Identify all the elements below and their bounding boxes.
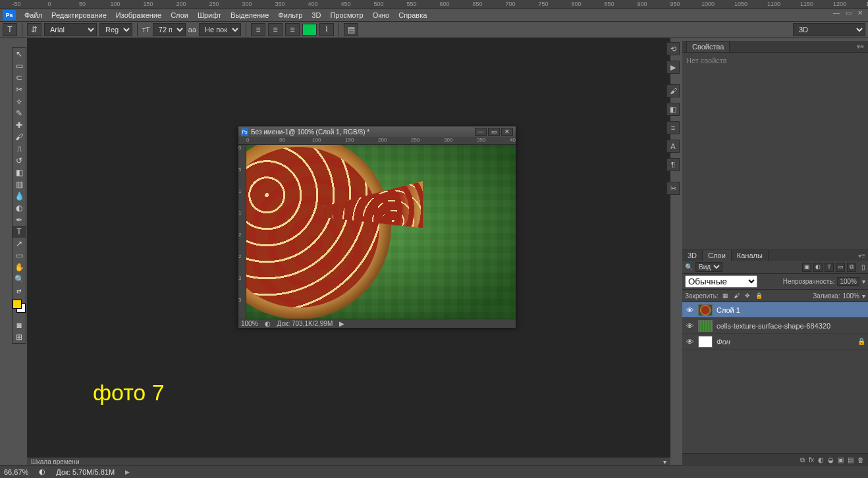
window-restore-icon[interactable]: ▭ [843, 9, 854, 18]
lock-transparent-icon[interactable]: ▦ [721, 291, 730, 300]
group-icon[interactable]: ▣ [838, 456, 844, 464]
eyedropper-tool-icon[interactable]: ✎ [13, 107, 26, 119]
filter-search-icon[interactable]: 🔍 [685, 263, 693, 271]
character-panel-icon2[interactable]: A [666, 140, 680, 153]
path-select-tool-icon[interactable]: ↗ [13, 238, 26, 250]
doc-play-icon[interactable]: ▶ [339, 320, 344, 327]
menu-Редактирование[interactable]: Редактирование [47, 10, 111, 20]
mask-icon[interactable]: ◐ [818, 456, 824, 464]
menu-Окно[interactable]: Окно [368, 10, 394, 20]
styles-panel-icon[interactable]: ≡ [666, 121, 680, 134]
orientation-toggle-icon[interactable]: ⇵ [27, 23, 41, 36]
actions-panel-icon[interactable]: ▶ [666, 61, 680, 74]
lock-all-icon[interactable]: 🔒 [754, 291, 763, 300]
filter-smart-icon[interactable]: ⧉ [847, 263, 856, 272]
font-style-select[interactable]: Regular [99, 23, 132, 36]
layer-name[interactable]: cells-texture-surface-shape-684320 [717, 322, 865, 330]
move-tool-icon[interactable]: ↖ [13, 48, 26, 60]
layer-row[interactable]: 👁Слой 1 [682, 302, 868, 318]
layer-filter-select[interactable]: Вид [695, 262, 722, 272]
screen-mode-icon[interactable]: ⊞ [13, 331, 26, 343]
character-panel-icon[interactable]: ▤ [344, 23, 358, 36]
document-titlebar[interactable]: Ps Без имени-1@ 100% (Слой 1, RGB/8) * —… [238, 126, 516, 137]
layer-thumbnail[interactable] [698, 336, 713, 348]
doc-zoom[interactable]: 100% [241, 320, 258, 327]
antialias-select[interactable]: Не показывать [199, 23, 241, 36]
hand-tool-icon[interactable]: ✋ [13, 261, 26, 273]
tab-3d[interactable]: 3D [682, 250, 703, 261]
gradient-tool-icon[interactable]: ▥ [13, 178, 26, 190]
doc-maximize-icon[interactable]: ▭ [488, 128, 500, 136]
zoom-tool-icon[interactable]: 🔍 [13, 273, 26, 285]
menu-Слои[interactable]: Слои [166, 10, 193, 20]
adjustments-panel-icon[interactable]: ◧ [666, 103, 680, 116]
paragraph-panel-icon[interactable]: ¶ [666, 158, 680, 171]
foreground-color-swatch[interactable] [13, 300, 22, 309]
history-panel-icon[interactable]: ⟲ [666, 42, 680, 55]
visibility-icon[interactable]: 👁 [685, 322, 694, 330]
opacity-chevron-icon[interactable]: ▾ [862, 278, 865, 285]
align-center-icon[interactable]: ≡ [268, 23, 283, 36]
layer-thumbnail[interactable] [698, 304, 713, 316]
menu-Справка[interactable]: Справка [394, 10, 431, 20]
stamp-tool-icon[interactable]: ⎍ [13, 143, 26, 155]
blend-mode-select[interactable]: Обычные [685, 275, 757, 288]
font-size-select[interactable]: 72 пт [153, 23, 186, 36]
lock-pixels-icon[interactable]: 🖌 [732, 291, 741, 300]
align-right-icon[interactable]: ≡ [285, 23, 300, 36]
blur-tool-icon[interactable]: 💧 [13, 190, 26, 202]
adjustment-layer-icon[interactable]: ◒ [828, 456, 834, 464]
tools-presets-icon[interactable]: ✂ [666, 182, 680, 195]
filter-shape-icon[interactable]: ▭ [836, 263, 845, 272]
opacity-field[interactable]: 100% [837, 277, 859, 286]
delete-layer-icon[interactable]: 🗑 [857, 456, 864, 464]
quick-select-tool-icon[interactable]: ✂ [13, 84, 26, 95]
filter-toggle-icon[interactable]: ▯ [861, 263, 865, 271]
link-layers-icon[interactable]: ⧉ [800, 456, 805, 464]
layer-thumbnail[interactable] [698, 320, 713, 332]
lock-position-icon[interactable]: ✥ [743, 291, 752, 300]
menu-Выделение[interactable]: Выделение [226, 10, 273, 20]
crop-tool-icon[interactable]: ⟡ [13, 95, 26, 107]
layer-name[interactable]: Фон [717, 338, 854, 346]
lasso-tool-icon[interactable]: ⊂ [13, 72, 26, 84]
color-swatches[interactable] [13, 300, 26, 319]
menu-3D[interactable]: 3D [307, 10, 325, 20]
layers-menu-icon[interactable]: ▾≡ [858, 252, 868, 259]
shape-tool-icon[interactable]: ▭ [13, 250, 26, 261]
swap-colors-icon[interactable]: ⇄ [13, 285, 26, 297]
window-close-icon[interactable]: ✕ [855, 9, 865, 18]
menu-Изображение[interactable]: Изображение [111, 10, 166, 20]
pen-tool-icon[interactable]: ✒ [13, 214, 26, 226]
visibility-icon[interactable]: 👁 [685, 306, 694, 314]
filter-image-icon[interactable]: ▣ [802, 263, 811, 272]
properties-menu-icon[interactable]: ▾≡ [857, 43, 864, 50]
fx-icon[interactable]: fx [809, 456, 814, 464]
window-minimize-icon[interactable]: — [831, 9, 842, 18]
healing-tool-icon[interactable]: ✚ [13, 119, 26, 131]
brush-panel-icon[interactable]: 🖌 [666, 84, 680, 97]
canvas[interactable] [246, 145, 516, 319]
filter-type-icon[interactable]: T [825, 263, 834, 272]
history-brush-tool-icon[interactable]: ↺ [13, 155, 26, 167]
fill-chevron-icon[interactable]: ▾ [862, 292, 865, 300]
visibility-icon[interactable]: 👁 [685, 338, 694, 346]
marquee-tool-icon[interactable]: ▭ [13, 60, 26, 72]
dodge-tool-icon[interactable]: ◐ [13, 202, 26, 214]
doc-close-icon[interactable]: ✕ [501, 128, 513, 136]
menu-Просмотр[interactable]: Просмотр [325, 10, 367, 20]
quick-mask-icon[interactable]: ◙ [13, 319, 26, 331]
filter-adjust-icon[interactable]: ◐ [813, 263, 823, 272]
new-layer-icon[interactable]: ▤ [848, 456, 854, 464]
properties-tab[interactable]: Свойства [686, 41, 730, 52]
font-family-select[interactable]: Arial [44, 23, 97, 36]
doc-exposure-icon[interactable]: ◐ [265, 320, 271, 327]
menu-Фильтр[interactable]: Фильтр [273, 10, 307, 20]
layer-row[interactable]: 👁cells-texture-surface-shape-684320 [682, 318, 868, 334]
layer-name[interactable]: Слой 1 [717, 306, 865, 314]
brush-tool-icon[interactable]: 🖌 [13, 131, 26, 143]
text-tool-icon[interactable]: T [3, 23, 17, 36]
text-color-swatch[interactable] [302, 24, 317, 36]
eraser-tool-icon[interactable]: ◧ [13, 167, 26, 178]
status-exposure-icon[interactable]: ◐ [39, 467, 45, 476]
